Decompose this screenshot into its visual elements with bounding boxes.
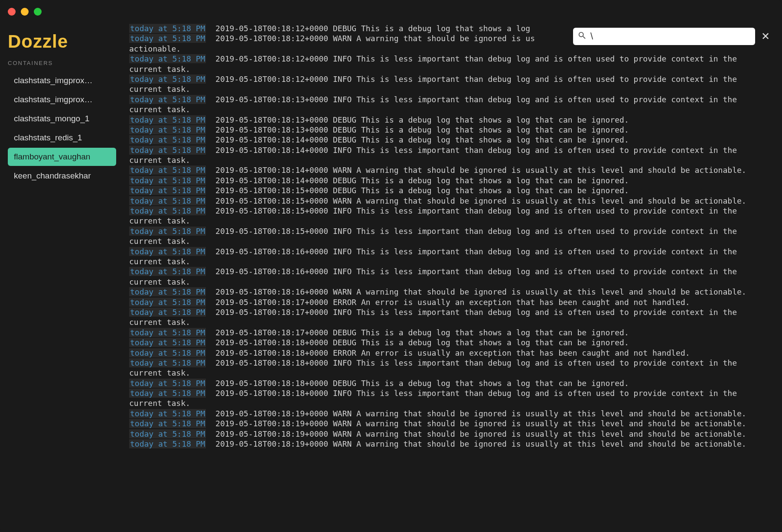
log-timestamp: today at 5:18 PM: [129, 34, 206, 43]
log-line: today at 5:18 PM 2019-05-18T00:18:14+000…: [129, 165, 774, 175]
log-timestamp: today at 5:18 PM: [129, 125, 206, 134]
log-message: 2019-05-18T00:18:15+0000 WARN A warning …: [206, 196, 746, 205]
maximize-window-button[interactable]: [34, 8, 42, 16]
log-line: today at 5:18 PM 2019-05-18T00:18:13+000…: [129, 94, 774, 115]
log-message: 2019-05-18T00:18:15+0000 INFO This is le…: [129, 206, 742, 225]
log-timestamp: today at 5:18 PM: [129, 24, 206, 33]
log-line: today at 5:18 PM 2019-05-18T00:18:15+000…: [129, 196, 774, 206]
window-titlebar: [0, 0, 782, 23]
log-message: 2019-05-18T00:18:12+0000 INFO This is le…: [129, 75, 742, 94]
log-line: today at 5:18 PM 2019-05-18T00:18:14+000…: [129, 145, 774, 165]
log-line: today at 5:18 PM 2019-05-18T00:18:12+000…: [129, 54, 774, 74]
log-timestamp: today at 5:18 PM: [129, 186, 206, 195]
log-message: 2019-05-18T00:18:16+0000 INFO This is le…: [129, 267, 742, 286]
log-message: 2019-05-18T00:18:14+0000 DEBUG This is a…: [206, 135, 629, 144]
log-line: today at 5:18 PM 2019-05-18T00:18:16+000…: [129, 247, 774, 267]
log-line: today at 5:18 PM 2019-05-18T00:18:17+000…: [129, 307, 774, 328]
log-message: 2019-05-18T00:18:14+0000 INFO This is le…: [129, 146, 742, 165]
log-message: 2019-05-18T00:18:18+0000 DEBUG This is a…: [206, 338, 629, 347]
log-message: 2019-05-18T00:18:14+0000 DEBUG This is a…: [206, 176, 629, 185]
log-timestamp: today at 5:18 PM: [129, 247, 206, 256]
log-line: today at 5:18 PM 2019-05-18T00:18:18+000…: [129, 388, 774, 409]
log-timestamp: today at 5:18 PM: [129, 135, 206, 144]
container-list: clashstats_imgprox…clashstats_imgprox…cl…: [8, 71, 121, 185]
log-line: today at 5:18 PM 2019-05-18T00:18:17+000…: [129, 297, 774, 307]
log-message: 2019-05-18T00:18:12+0000 INFO This is le…: [129, 54, 742, 73]
search-box[interactable]: [573, 28, 755, 45]
close-icon[interactable]: ✕: [759, 30, 772, 42]
sidebar-section-label: CONTAINERS: [8, 60, 121, 66]
log-timestamp: today at 5:18 PM: [129, 267, 206, 276]
log-message: 2019-05-18T00:18:17+0000 ERROR An error …: [206, 298, 690, 307]
log-output[interactable]: today at 5:18 PM 2019-05-18T00:18:12+000…: [121, 23, 782, 532]
sidebar-item-container[interactable]: clashstats_redis_1: [8, 129, 116, 147]
close-window-button[interactable]: [8, 8, 16, 16]
log-timestamp: today at 5:18 PM: [129, 54, 206, 63]
log-line: today at 5:18 PM 2019-05-18T00:18:13+000…: [129, 125, 774, 135]
log-line: today at 5:18 PM 2019-05-18T00:18:18+000…: [129, 358, 774, 378]
search-bar: ✕: [570, 25, 774, 48]
log-line: today at 5:18 PM 2019-05-18T00:18:16+000…: [129, 287, 774, 297]
log-message: 2019-05-18T00:18:13+0000 DEBUG This is a…: [206, 125, 629, 134]
log-message: 2019-05-18T00:18:13+0000 DEBUG This is a…: [206, 115, 629, 124]
log-timestamp: today at 5:18 PM: [129, 115, 206, 124]
log-message: 2019-05-18T00:18:18+0000 ERROR An error …: [206, 348, 690, 357]
log-message: 2019-05-18T00:18:14+0000 WARN A warning …: [206, 165, 746, 175]
log-timestamp: today at 5:18 PM: [129, 358, 206, 367]
sidebar-item-container[interactable]: clashstats_imgprox…: [8, 71, 116, 90]
log-message: 2019-05-18T00:18:19+0000 WARN A warning …: [206, 429, 746, 438]
log-message: 2019-05-18T00:18:18+0000 INFO This is le…: [129, 358, 742, 377]
log-timestamp: today at 5:18 PM: [129, 75, 206, 84]
log-line: today at 5:18 PM 2019-05-18T00:18:18+000…: [129, 337, 774, 347]
log-timestamp: today at 5:18 PM: [129, 328, 206, 337]
log-timestamp: today at 5:18 PM: [129, 95, 206, 104]
log-timestamp: today at 5:18 PM: [129, 429, 206, 438]
log-line: today at 5:18 PM 2019-05-18T00:18:13+000…: [129, 115, 774, 125]
log-timestamp: today at 5:18 PM: [129, 389, 206, 398]
sidebar-item-container[interactable]: clashstats_imgprox…: [8, 91, 116, 109]
log-message: 2019-05-18T00:18:19+0000 WARN A warning …: [206, 419, 746, 428]
log-message: 2019-05-18T00:18:15+0000 DEBUG This is a…: [206, 186, 629, 195]
log-line: today at 5:18 PM 2019-05-18T00:18:16+000…: [129, 266, 774, 287]
log-timestamp: today at 5:18 PM: [129, 348, 206, 357]
log-timestamp: today at 5:18 PM: [129, 379, 206, 388]
log-timestamp: today at 5:18 PM: [129, 419, 206, 428]
sidebar-item-container[interactable]: flamboyant_vaughan: [8, 148, 116, 166]
log-message: 2019-05-18T00:18:12+0000 DEBUG This is a…: [206, 24, 530, 33]
log-timestamp: today at 5:18 PM: [129, 176, 206, 185]
log-line: today at 5:18 PM 2019-05-18T00:18:18+000…: [129, 378, 774, 388]
sidebar-item-container[interactable]: keen_chandrasekhar: [8, 167, 116, 185]
log-line: today at 5:18 PM 2019-05-18T00:18:19+000…: [129, 429, 774, 439]
log-message: 2019-05-18T00:18:17+0000 INFO This is le…: [129, 308, 742, 327]
log-message: 2019-05-18T00:18:17+0000 DEBUG This is a…: [206, 328, 629, 337]
log-timestamp: today at 5:18 PM: [129, 227, 206, 236]
log-timestamp: today at 5:18 PM: [129, 196, 206, 205]
log-message: 2019-05-18T00:18:19+0000 WARN A warning …: [206, 409, 746, 418]
log-line: today at 5:18 PM 2019-05-18T00:18:17+000…: [129, 328, 774, 337]
log-message: 2019-05-18T00:18:16+0000 INFO This is le…: [129, 247, 742, 266]
search-input[interactable]: [590, 31, 751, 42]
main-area: Dozzle CONTAINERS clashstats_imgprox…cla…: [0, 23, 782, 532]
sidebar: Dozzle CONTAINERS clashstats_imgprox…cla…: [0, 23, 121, 532]
log-line: today at 5:18 PM 2019-05-18T00:18:14+000…: [129, 175, 774, 185]
log-timestamp: today at 5:18 PM: [129, 308, 206, 317]
log-line: today at 5:18 PM 2019-05-18T00:18:15+000…: [129, 185, 774, 195]
log-line: today at 5:18 PM 2019-05-18T00:18:18+000…: [129, 348, 774, 358]
log-message: 2019-05-18T00:18:13+0000 INFO This is le…: [129, 95, 742, 114]
log-timestamp: today at 5:18 PM: [129, 206, 206, 215]
log-message: 2019-05-18T00:18:15+0000 INFO This is le…: [129, 227, 742, 246]
log-line: today at 5:18 PM 2019-05-18T00:18:19+000…: [129, 418, 774, 428]
log-message: 2019-05-18T00:18:16+0000 WARN A warning …: [206, 287, 746, 296]
log-timestamp: today at 5:18 PM: [129, 439, 206, 448]
log-timestamp: today at 5:18 PM: [129, 298, 206, 307]
minimize-window-button[interactable]: [21, 8, 29, 16]
log-timestamp: today at 5:18 PM: [129, 146, 206, 155]
log-timestamp: today at 5:18 PM: [129, 338, 206, 347]
log-message: 2019-05-18T00:18:18+0000 INFO This is le…: [129, 389, 742, 408]
log-message: 2019-05-18T00:18:19+0000 WARN A warning …: [206, 439, 746, 448]
log-message: 2019-05-18T00:18:18+0000 DEBUG This is a…: [206, 379, 629, 388]
log-timestamp: today at 5:18 PM: [129, 287, 206, 296]
log-line: today at 5:18 PM 2019-05-18T00:18:19+000…: [129, 439, 774, 449]
sidebar-item-container[interactable]: clashstats_mongo_1: [8, 110, 116, 128]
log-line: today at 5:18 PM 2019-05-18T00:18:12+000…: [129, 74, 774, 94]
